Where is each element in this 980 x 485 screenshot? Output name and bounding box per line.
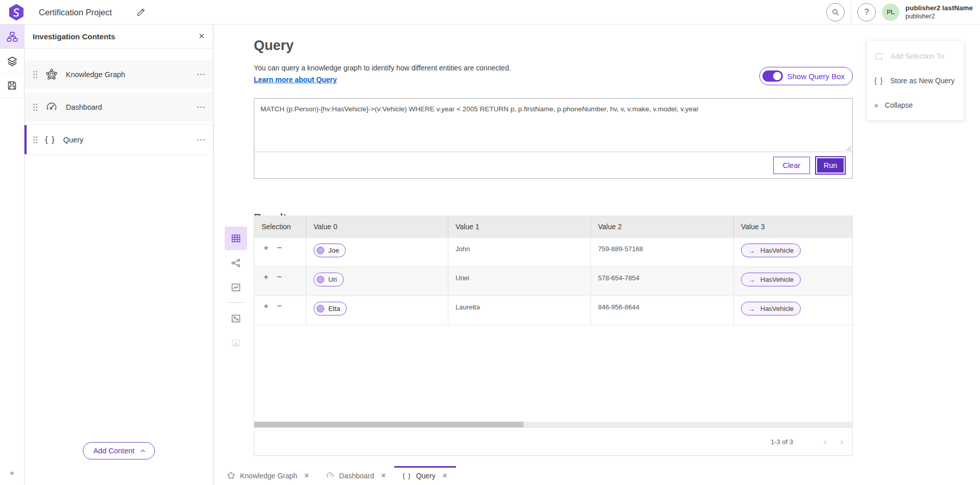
tab-label: Knowledge Graph (240, 472, 297, 480)
menu-item-label: Collapse (885, 101, 913, 109)
map-view-icon[interactable] (225, 276, 247, 299)
menu-item-label: Store as New Query (890, 77, 954, 85)
tab-label: Dashboard (339, 472, 374, 480)
item-more-icon[interactable]: ⋯ (197, 134, 206, 145)
resize-handle-icon[interactable] (846, 146, 851, 151)
avatar[interactable]: PL (882, 4, 899, 21)
top-bar-actions: ? PL publisher2 lastName publisher2 (826, 0, 973, 25)
entity-pill[interactable]: Etta (314, 302, 347, 316)
rail-save-icon[interactable] (0, 74, 24, 98)
next-page-icon[interactable]: › (840, 436, 843, 447)
add-to-graph-view-icon[interactable] (225, 307, 247, 330)
results-table: Selection Value 0 Value 1 Value 2 Value … (254, 215, 853, 456)
query-braces-icon: { } (45, 135, 56, 145)
add-content-button[interactable]: Add Content (83, 442, 155, 459)
chevron-double-right-icon: » (874, 101, 878, 109)
clear-button[interactable]: Clear (773, 157, 810, 174)
add-selection-to-icon (874, 52, 884, 61)
content-item-dashboard[interactable]: Dashboard ⋯ (25, 92, 213, 122)
drag-handle-icon[interactable] (33, 103, 38, 111)
value-cell: Lauretta (448, 296, 591, 325)
page-description: You can query a knowledge graph to ident… (254, 64, 511, 72)
app-root: Certification Project ? PL publisher2 la… (0, 0, 980, 485)
value-cell: 759-889-57168 (591, 238, 734, 266)
column-header[interactable]: Value 1 (448, 215, 591, 238)
table-empty-area (254, 325, 852, 422)
app-logo-icon[interactable] (8, 4, 25, 20)
relation-cell: → HasVehicle (734, 267, 852, 296)
chevron-up-icon (139, 448, 146, 454)
column-header[interactable]: Selection (254, 215, 306, 238)
network-view-icon[interactable] (225, 251, 247, 275)
entity-node-icon (317, 247, 324, 254)
menu-item-store-as-new-query[interactable]: { } Store as New Query (867, 68, 964, 93)
show-query-box-toggle[interactable]: Show Query Box (759, 67, 853, 85)
results-view-switcher (225, 227, 247, 356)
table-row: + − Joe John 759-889-57168 → HasVehicle (254, 238, 852, 267)
project-title: Certification Project (39, 0, 112, 25)
edit-title-icon[interactable] (136, 5, 150, 19)
close-tab-icon[interactable]: ✕ (304, 472, 309, 479)
run-button[interactable]: Run (815, 156, 846, 175)
learn-more-link[interactable]: Learn more about Query (254, 76, 337, 84)
entity-name: Etta (328, 305, 340, 312)
contents-list: Knowledge Graph ⋯ (25, 60, 213, 154)
relation-pill[interactable]: → HasVehicle (741, 302, 801, 316)
content-item-label: Knowledge Graph (66, 70, 197, 79)
rail-investigation-contents-icon[interactable] (0, 25, 24, 49)
content-item-label: Dashboard (66, 103, 197, 111)
entity-cell: Uri (306, 267, 448, 296)
entity-node-icon (317, 276, 324, 283)
content-item-knowledge-graph[interactable]: Knowledge Graph ⋯ (25, 60, 213, 89)
remove-selection-icon[interactable]: − (277, 243, 282, 253)
expand-panel-icon[interactable]: » (0, 468, 24, 477)
search-icon[interactable] (826, 3, 845, 21)
item-more-icon[interactable]: ⋯ (197, 69, 206, 80)
help-icon[interactable]: ? (857, 3, 876, 21)
query-box: MATCH (p:Person)-[hv:HasVehicle]->(v:Veh… (254, 98, 853, 179)
table-header-row: Selection Value 0 Value 1 Value 2 Value … (254, 215, 852, 238)
relation-pill[interactable]: → HasVehicle (741, 244, 801, 257)
page-title: Query (254, 38, 294, 54)
scrollbar-thumb[interactable] (254, 422, 523, 427)
menu-item-collapse[interactable]: » Collapse (867, 93, 964, 117)
content-item-query[interactable]: { } Query ⋯ (25, 125, 213, 154)
user-name: publisher2 lastName (905, 4, 973, 12)
column-header[interactable]: Value 2 (591, 215, 734, 238)
query-page: Query You can query a knowledge graph to… (213, 25, 980, 466)
value-cell: 846-956-8644 (591, 296, 734, 325)
toggle-switch[interactable] (762, 70, 783, 82)
tab-knowledge-graph[interactable]: Knowledge Graph ✕ (219, 466, 318, 485)
contents-panel-header: Investigation Contents ✕ (25, 25, 213, 48)
table-view-icon[interactable] (225, 227, 247, 250)
add-selection-icon[interactable]: + (264, 272, 269, 282)
horizontal-scrollbar[interactable] (254, 422, 852, 427)
entity-pill[interactable]: Joe (314, 244, 346, 257)
column-header[interactable]: Value 0 (306, 215, 448, 238)
view-rail-divider (227, 302, 245, 303)
remove-selection-icon[interactable]: − (277, 272, 282, 282)
investigation-contents-panel: Investigation Contents ✕ (25, 25, 213, 485)
remove-selection-icon[interactable]: − (277, 301, 282, 311)
user-menu[interactable]: publisher2 lastName publisher2 (905, 4, 973, 20)
add-selection-icon[interactable]: + (264, 243, 269, 253)
query-actions: Clear Run (254, 152, 852, 179)
column-header[interactable]: Value 3 (734, 215, 852, 238)
pagination-range: 1-3 of 3 (771, 438, 793, 446)
tab-dashboard[interactable]: Dashboard ✕ (318, 466, 394, 485)
close-tab-icon[interactable]: ✕ (442, 472, 448, 479)
relation-name: HasVehicle (760, 276, 794, 283)
add-selection-icon[interactable]: + (264, 301, 269, 311)
query-input[interactable]: MATCH (p:Person)-[hv:HasVehicle]->(v:Veh… (254, 99, 852, 151)
drag-handle-icon[interactable] (33, 136, 38, 144)
arrow-right-icon: → (748, 305, 755, 313)
close-tab-icon[interactable]: ✕ (380, 472, 386, 479)
entity-pill[interactable]: Uri (314, 273, 344, 286)
close-panel-icon[interactable]: ✕ (198, 32, 205, 41)
item-more-icon[interactable]: ⋯ (197, 102, 206, 112)
previous-page-icon[interactable]: ‹ (824, 436, 827, 447)
rail-layers-icon[interactable] (0, 49, 24, 74)
drag-handle-icon[interactable] (33, 70, 38, 79)
tab-query[interactable]: { } Query ✕ (394, 466, 456, 485)
relation-pill[interactable]: → HasVehicle (741, 273, 801, 286)
